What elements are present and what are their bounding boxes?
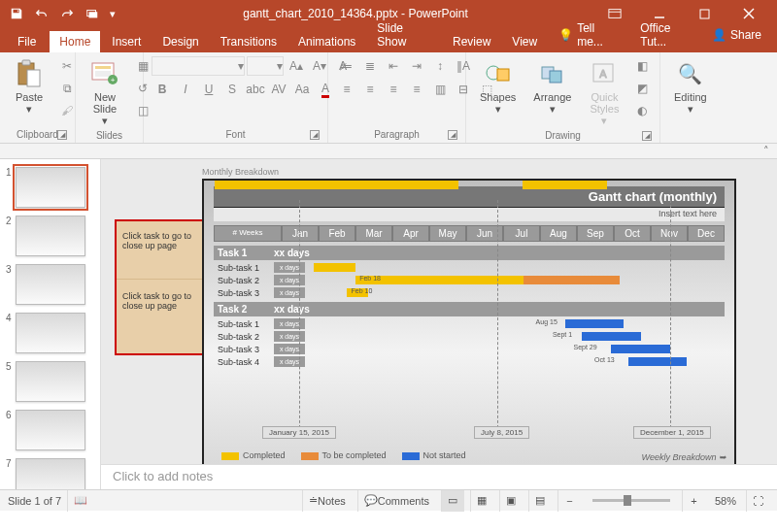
zoom-percent[interactable]: 58% <box>711 495 740 507</box>
callout-box: Click task to go to close up page Click … <box>115 219 204 355</box>
thumbnail-5[interactable]: 5 <box>0 359 100 408</box>
zoom-out-icon[interactable]: − <box>557 490 581 512</box>
paragraph-dialog-launcher[interactable]: ◢ <box>448 130 457 140</box>
undo-icon[interactable] <box>31 3 52 24</box>
spellcheck-icon[interactable]: 📖 <box>67 490 93 512</box>
spacing-icon[interactable]: AV <box>268 80 289 99</box>
group-drawing-label: Drawing <box>545 130 581 141</box>
thumbnail-1[interactable]: 1 <box>0 165 100 214</box>
save-icon[interactable] <box>6 3 27 24</box>
font-family-select[interactable]: ▾ <box>152 56 245 76</box>
shape-effects-icon[interactable]: ◐ <box>631 101 653 120</box>
window-title: gantt_chart_2010_14364.pptx - PowerPoint <box>118 7 592 20</box>
collapse-ribbon-icon[interactable]: ˄ <box>0 144 777 159</box>
notes-button[interactable]: ≐ Notes <box>302 490 352 512</box>
tab-home[interactable]: Home <box>50 31 100 52</box>
bullets-icon[interactable]: ≔ <box>336 56 357 76</box>
thumbnail-7[interactable]: 7 <box>0 456 100 489</box>
comments-button[interactable]: 💬 Comments <box>357 490 435 512</box>
indent-decrease-icon[interactable]: ⇤ <box>383 56 404 76</box>
align-right-icon[interactable]: ≡ <box>383 80 404 99</box>
svg-rect-12 <box>95 71 111 77</box>
gantt-chart: Gantt chart (monthly) Insert text here #… <box>202 179 736 464</box>
shapes-button[interactable]: Shapes ▾ <box>474 56 522 117</box>
group-slides-label: Slides <box>84 129 135 142</box>
align-left-icon[interactable]: ≡ <box>336 80 357 99</box>
group-font-label: Font <box>225 129 245 140</box>
thumbnail-3[interactable]: 3 <box>0 262 100 311</box>
tab-slideshow[interactable]: Slide Show <box>367 17 441 52</box>
editing-button[interactable]: 🔍Editing ▾ <box>668 56 713 117</box>
slide-indicator: Slide 1 of 7 <box>8 495 61 507</box>
weeks-header: # Weeks <box>214 225 282 242</box>
svg-rect-9 <box>27 70 40 86</box>
arrange-button[interactable]: Arrange ▾ <box>527 56 577 117</box>
slideshow-view-icon[interactable]: ▤ <box>528 490 552 512</box>
justify-icon[interactable]: ≡ <box>406 80 427 99</box>
tab-insert[interactable]: Insert <box>102 31 151 52</box>
copy-icon[interactable]: ⧉ <box>56 79 78 98</box>
tab-file[interactable]: File <box>6 31 48 52</box>
shape-fill-icon[interactable]: ◧ <box>631 56 653 76</box>
format-painter-icon[interactable]: 🖌 <box>56 101 78 120</box>
align-center-icon[interactable]: ≡ <box>359 80 381 99</box>
slide-sorter-icon[interactable]: ▦ <box>470 490 493 512</box>
grow-font-icon[interactable]: A▴ <box>286 56 307 76</box>
underline-icon[interactable]: U <box>198 80 220 99</box>
thumbnail-2[interactable]: 2 <box>0 214 100 262</box>
zoom-in-icon[interactable]: + <box>682 490 705 512</box>
shadow-icon[interactable]: S <box>221 80 243 99</box>
font-dialog-launcher[interactable]: ◢ <box>310 130 320 140</box>
case-icon[interactable]: Aa <box>291 80 313 99</box>
slide-thumbnails[interactable]: 1 2 3 4 5 6 7 <box>0 159 101 489</box>
clipboard-dialog-launcher[interactable]: ◢ <box>57 130 67 140</box>
tab-view[interactable]: View <box>502 31 547 52</box>
indent-increase-icon[interactable]: ⇥ <box>406 56 427 76</box>
strike-icon[interactable]: abc <box>245 80 266 99</box>
cut-icon[interactable]: ✂ <box>56 56 78 76</box>
tab-review[interactable]: Review <box>443 31 500 52</box>
drawing-dialog-launcher[interactable]: ◢ <box>642 131 652 141</box>
weekly-breakdown-link: Weekly Breakdown ➥ <box>642 452 726 462</box>
svg-text:+: + <box>111 76 116 84</box>
svg-rect-1 <box>89 12 98 17</box>
notes-pane[interactable]: Click to add notes <box>101 464 777 489</box>
reading-view-icon[interactable]: ▣ <box>499 490 523 512</box>
zoom-slider[interactable] <box>592 499 670 502</box>
tab-animations[interactable]: Animations <box>288 31 365 52</box>
share-button[interactable]: 👤Share <box>702 24 771 46</box>
redo-icon[interactable] <box>56 3 78 24</box>
line-spacing-icon[interactable]: ↕ <box>429 56 451 76</box>
svg-text:A: A <box>600 68 608 80</box>
font-size-select[interactable]: ▾ <box>247 56 284 76</box>
paste-button[interactable]: Paste ▾ <box>8 56 51 117</box>
thumbnail-4[interactable]: 4 <box>0 311 100 359</box>
callout-text-1: Click task to go to close up page <box>117 221 202 280</box>
group-clipboard-label: Clipboard <box>17 129 58 140</box>
columns-icon[interactable]: ▥ <box>429 80 451 99</box>
slide-canvas[interactable]: Monthly Breakdown Click task to go to cl… <box>101 159 777 464</box>
thumbnail-6[interactable]: 6 <box>0 408 100 456</box>
chart-title: Gantt chart (monthly) <box>214 186 725 208</box>
tell-me[interactable]: 💡Tell me... <box>549 17 628 52</box>
normal-view-icon[interactable]: ▭ <box>441 490 464 512</box>
bold-icon[interactable]: B <box>152 80 173 99</box>
svg-rect-11 <box>95 66 111 69</box>
italic-icon[interactable]: I <box>175 80 196 99</box>
fit-to-window-icon[interactable]: ⛶ <box>746 490 769 512</box>
slide-title: Monthly Breakdown <box>202 167 765 177</box>
qat-dropdown-icon[interactable]: ▾ <box>107 3 118 24</box>
numbering-icon[interactable]: ≣ <box>359 56 381 76</box>
shape-outline-icon[interactable]: ◩ <box>631 79 653 98</box>
tab-design[interactable]: Design <box>152 31 208 52</box>
share-icon: 👤 <box>712 28 726 42</box>
callout-text-2: Click task to go to close up page <box>117 280 202 322</box>
start-from-beginning-icon[interactable] <box>82 3 103 24</box>
svg-rect-8 <box>22 60 30 65</box>
account-name[interactable]: Office Tut... <box>630 17 698 52</box>
quick-styles-button[interactable]: AQuick Styles ▾ <box>583 56 625 129</box>
new-slide-button[interactable]: + New Slide ▾ <box>84 56 126 129</box>
tab-transitions[interactable]: Transitions <box>211 31 287 52</box>
group-paragraph-label: Paragraph <box>374 129 420 140</box>
shrink-font-icon[interactable]: A▾ <box>309 56 330 76</box>
